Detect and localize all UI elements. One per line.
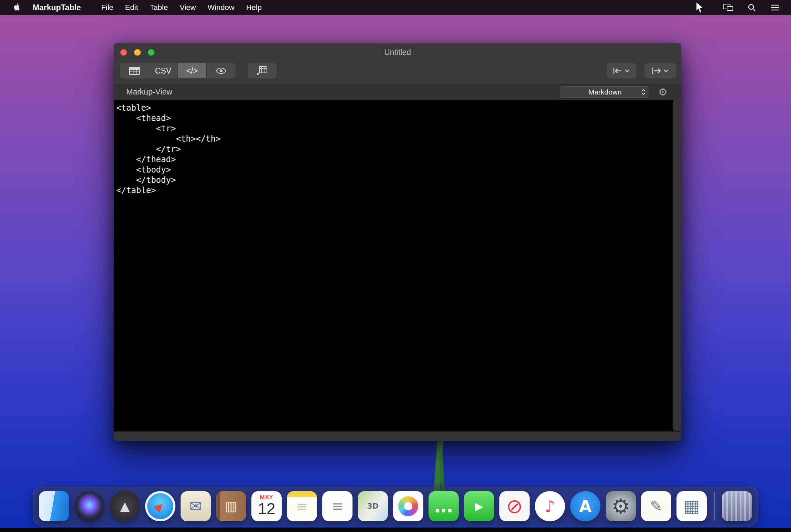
insert-table-icon — [257, 66, 267, 75]
markup-view-title: Markup-View — [126, 87, 172, 97]
table-grid-icon — [129, 67, 140, 75]
import-icon — [613, 67, 622, 75]
menu-item-view[interactable]: View — [174, 3, 202, 12]
screen-bottom-edge — [0, 528, 791, 532]
menu-bar: MarkupTable FileEditTableViewWindowHelp — [0, 0, 791, 15]
chevron-down-icon — [625, 69, 630, 73]
csv-view-segment[interactable]: CSV — [149, 63, 178, 78]
textedit-dock-icon[interactable]: ✎ — [641, 491, 671, 521]
table-view-segment[interactable] — [120, 63, 149, 78]
maps-dock-icon[interactable]: 3D — [358, 491, 388, 521]
window-bottom-bar — [114, 431, 681, 441]
menu-item-help[interactable]: Help — [240, 3, 268, 12]
code-line: <table> — [116, 103, 671, 113]
contacts-dock-icon[interactable]: ▥ — [216, 491, 246, 521]
export-icon — [652, 67, 661, 75]
markup-table-glyph: ▦ — [683, 498, 700, 515]
photos-pinwheel — [398, 496, 418, 516]
window-titlebar[interactable]: Untitled — [114, 43, 681, 61]
code-line: <tbody> — [116, 165, 671, 175]
csv-view-label: CSV — [155, 66, 171, 76]
facetime-glyph: ▶ — [475, 501, 484, 512]
menu-item-edit[interactable]: Edit — [119, 3, 144, 12]
app-store-dock-icon[interactable]: A — [570, 491, 600, 521]
system-preferences-glyph: ⚙ — [611, 496, 630, 517]
markup-table-dock-icon[interactable]: ▦ — [676, 491, 707, 521]
format-dropdown-value: Markdown — [588, 88, 622, 96]
spotlight-search-icon[interactable] — [748, 3, 756, 12]
siri-dock-icon[interactable] — [74, 491, 105, 521]
reminders-dock-icon[interactable]: ≡ — [322, 491, 353, 521]
launchpad-glyph: ▲ — [120, 500, 130, 512]
finder-dock-icon[interactable] — [39, 491, 69, 521]
eye-icon — [216, 67, 226, 74]
editor-scrollbar-gutter — [673, 100, 681, 431]
photos-dock-icon[interactable] — [393, 491, 423, 521]
window-toolbar: CSV </> — [114, 61, 681, 84]
mail-dock-icon[interactable]: ✉ — [181, 491, 211, 521]
launchpad-dock-icon[interactable]: ▲ — [110, 491, 140, 521]
mouse-cursor — [695, 1, 705, 15]
close-button[interactable] — [120, 49, 127, 56]
app-menu-name[interactable]: MarkupTable — [33, 3, 81, 12]
minimize-button[interactable] — [134, 49, 141, 56]
menu-item-table[interactable]: Table — [144, 3, 174, 12]
facetime-dock-icon[interactable]: ▶ — [464, 491, 494, 521]
window-title: Untitled — [384, 48, 411, 57]
messages-dock-icon[interactable]: … — [429, 491, 459, 521]
format-dropdown[interactable]: Markdown — [561, 86, 649, 98]
menu-item-file[interactable]: File — [95, 3, 119, 12]
no-entry-dock-icon[interactable]: ⊘ — [499, 491, 530, 521]
code-line: <thead> — [116, 113, 671, 123]
markup-view-label: </> — [186, 66, 198, 76]
notes-glyph: ≡ — [296, 499, 308, 513]
code-editor[interactable]: <table> <thead> <tr> <th></th> </tr> </t… — [114, 100, 681, 431]
mail-glyph: ✉ — [189, 499, 202, 514]
menu-list-icon[interactable] — [770, 4, 779, 11]
code-line: </thead> — [116, 154, 671, 165]
notes-dock-icon[interactable]: ≡ — [287, 491, 317, 521]
messages-glyph: … — [434, 497, 453, 516]
music-glyph: ♪ — [545, 498, 555, 514]
trash-dock-icon[interactable] — [722, 491, 752, 521]
settings-gear-button[interactable]: ⚙ — [658, 87, 668, 97]
code-line: </tbody> — [116, 175, 671, 185]
dock: ▲▲✉▥MAY12≡≡3D…▶⊘♪A⚙✎▦ — [33, 486, 758, 527]
safari-dock-icon[interactable]: ▲ — [145, 491, 175, 521]
system-preferences-dock-icon[interactable]: ⚙ — [606, 491, 636, 521]
markup-view-segment[interactable]: </> — [178, 63, 207, 78]
dock-separator — [714, 492, 715, 521]
reminders-glyph: ≡ — [331, 499, 343, 513]
code-line: <tr> — [116, 123, 671, 134]
contacts-glyph: ▥ — [225, 500, 237, 513]
music-dock-icon[interactable]: ♪ — [535, 491, 565, 521]
chevron-down-icon — [663, 69, 669, 73]
import-button[interactable] — [607, 63, 636, 78]
app-store-glyph: A — [579, 498, 592, 514]
menu-bar-status-icons — [723, 3, 779, 12]
safari-glyph: ▲ — [153, 499, 167, 513]
zoom-button[interactable] — [148, 49, 154, 56]
traffic-lights — [120, 43, 154, 61]
calendar-dock-icon[interactable]: MAY12 — [251, 491, 282, 521]
code-line: </tr> — [116, 144, 671, 154]
markup-view-bar: Markup-View Markdown ⚙ — [114, 84, 681, 100]
preview-segment[interactable] — [207, 63, 236, 78]
menu-item-window[interactable]: Window — [202, 3, 240, 12]
view-mode-segmented-control: CSV </> — [120, 63, 236, 78]
apple-menu[interactable] — [14, 3, 20, 12]
apple-logo-icon — [14, 3, 20, 12]
calendar-day: 12 — [251, 499, 282, 518]
export-button[interactable] — [644, 63, 676, 78]
menu-items: FileEditTableViewWindowHelp — [95, 3, 268, 12]
app-window: Untitled — [114, 43, 681, 441]
textedit-glyph: ✎ — [650, 499, 663, 514]
code-line: </table> — [116, 185, 671, 196]
displays-icon[interactable] — [723, 3, 733, 12]
popup-arrows-icon — [639, 87, 648, 97]
insert-table-button[interactable] — [248, 63, 277, 78]
maps-glyph: 3D — [367, 502, 379, 510]
code-line: <th></th> — [116, 134, 671, 144]
no-entry-glyph: ⊘ — [506, 496, 523, 516]
